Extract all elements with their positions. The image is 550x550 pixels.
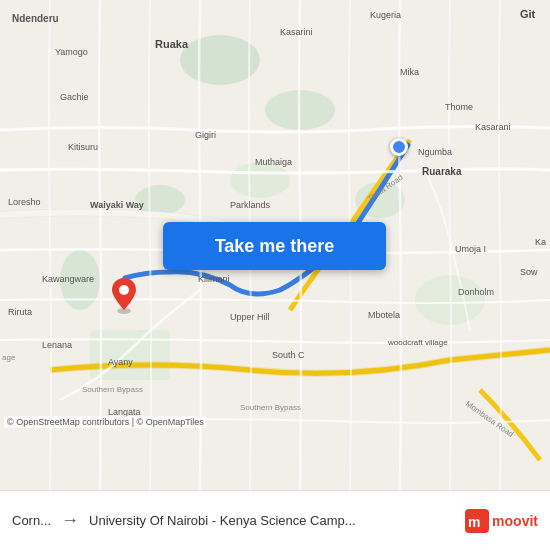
- svg-text:age: age: [2, 353, 16, 362]
- moovit-logo-icon: m: [465, 509, 489, 533]
- svg-text:Parklands: Parklands: [230, 200, 271, 210]
- to-label: University Of Nairobi - Kenya Science Ca…: [89, 513, 465, 528]
- svg-text:woodcraft village: woodcraft village: [387, 338, 448, 347]
- origin-marker: [390, 138, 408, 156]
- svg-text:Ngumba: Ngumba: [418, 147, 452, 157]
- svg-text:Southern Bypass: Southern Bypass: [82, 385, 143, 394]
- svg-text:Kilimani: Kilimani: [198, 274, 230, 284]
- svg-text:Sow: Sow: [520, 267, 538, 277]
- svg-text:Kitisuru: Kitisuru: [68, 142, 98, 152]
- svg-text:Kasarani: Kasarani: [475, 122, 511, 132]
- svg-text:Lenana: Lenana: [42, 340, 72, 350]
- destination-marker: [110, 278, 138, 314]
- svg-text:Yamogo: Yamogo: [55, 47, 88, 57]
- svg-text:Ayany: Ayany: [108, 357, 133, 367]
- moovit-logo: m moovit: [465, 509, 538, 533]
- svg-text:Mbotela: Mbotela: [368, 310, 400, 320]
- svg-text:South C: South C: [272, 350, 305, 360]
- svg-text:Loresho: Loresho: [8, 197, 41, 207]
- svg-text:Riruta: Riruta: [8, 307, 32, 317]
- svg-text:Umoja I: Umoja I: [455, 244, 486, 254]
- svg-text:Muthaiga: Muthaiga: [255, 157, 292, 167]
- map-area: Ndenderu Yamogo Ruaka Kasarini Kugeria G…: [0, 0, 550, 490]
- svg-text:Gigiri: Gigiri: [195, 130, 216, 140]
- svg-text:Kasarini: Kasarini: [280, 27, 313, 37]
- svg-text:m: m: [468, 514, 480, 530]
- svg-text:Ndenderu: Ndenderu: [12, 13, 59, 24]
- svg-text:Upper Hill: Upper Hill: [230, 312, 270, 322]
- svg-text:Kugeria: Kugeria: [370, 10, 401, 20]
- svg-text:Ruaraka: Ruaraka: [422, 166, 462, 177]
- svg-text:Waiyaki Way: Waiyaki Way: [90, 200, 144, 210]
- bottom-bar: Corn... → University Of Nairobi - Kenya …: [0, 490, 550, 550]
- svg-text:Mika: Mika: [400, 67, 419, 77]
- svg-text:Kawangware: Kawangware: [42, 274, 94, 284]
- svg-text:Thome: Thome: [445, 102, 473, 112]
- moovit-logo-text: moovit: [492, 513, 538, 529]
- map-container: Ndenderu Yamogo Ruaka Kasarini Kugeria G…: [0, 0, 550, 550]
- svg-text:Git: Git: [520, 8, 536, 20]
- arrow-icon: →: [61, 510, 79, 531]
- take-me-there-button[interactable]: Take me there: [163, 222, 386, 270]
- svg-text:Donholm: Donholm: [458, 287, 494, 297]
- svg-text:Ka: Ka: [535, 237, 546, 247]
- svg-text:Ruaka: Ruaka: [155, 38, 189, 50]
- svg-point-1: [180, 35, 260, 85]
- map-attribution: © OpenStreetMap contributors | © OpenMap…: [4, 416, 207, 428]
- svg-text:Gachie: Gachie: [60, 92, 89, 102]
- svg-point-4: [230, 162, 290, 198]
- from-label: Corn...: [12, 513, 51, 528]
- svg-point-49: [119, 285, 129, 295]
- svg-text:Southern Bypass: Southern Bypass: [240, 403, 301, 412]
